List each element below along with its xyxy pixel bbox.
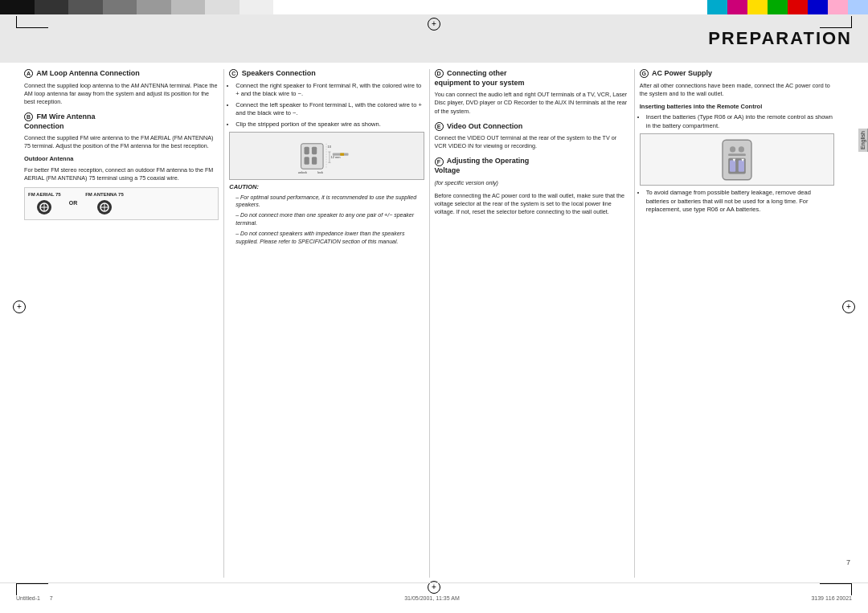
section-b-title: B FM Wire AntennaConnection: [24, 112, 219, 131]
svg-rect-23: [730, 160, 735, 171]
svg-point-28: [739, 146, 744, 152]
section-f: F Adjusting the OperatingVoltage (for sp…: [435, 157, 629, 216]
section-g-bullet1: Insert the batteries (Type R06 or AA) in…: [646, 113, 834, 130]
svg-rect-10: [312, 157, 317, 164]
section-f-body: Before connecting the AC power cord to t…: [435, 192, 629, 216]
column-1: A AM Loop Antenna Connection Connect the…: [19, 69, 224, 578]
svg-rect-24: [739, 160, 744, 171]
corner-deco: [820, 27, 852, 28]
svg-rect-9: [305, 157, 309, 164]
svg-text:unlock: unlock: [298, 170, 307, 174]
fm-antenna-circle: [97, 200, 112, 215]
caution-title: CAUTION:: [229, 183, 424, 192]
section-b-label: B: [24, 112, 33, 121]
svg-text:10: 10: [328, 145, 332, 149]
svg-point-27: [730, 146, 735, 152]
section-b: B FM Wire AntennaConnection Connect the …: [24, 112, 219, 220]
svg-rect-7: [305, 146, 309, 153]
english-tab: English: [858, 129, 868, 152]
section-g-bullets: Insert the batteries (Type R06 or AA) in…: [640, 113, 834, 130]
caution-item1: For optimal sound performance, it is rec…: [235, 194, 424, 210]
fm-aerial-circle: [37, 200, 51, 215]
section-b-subheading: Outdoor Antenna: [24, 155, 219, 164]
section-a-title: A AM Loop Antenna Connection: [24, 69, 219, 79]
column-3: D Connecting otherequipment to your syst…: [430, 69, 635, 578]
footer-left: Untitled-1 7: [16, 595, 53, 601]
section-e-label: E: [435, 122, 444, 131]
footer-center: 31/05/2001, 11:35 AM: [53, 595, 812, 601]
svg-rect-29: [728, 153, 746, 156]
section-d: D Connecting otherequipment to your syst…: [435, 69, 629, 116]
section-g-bullets2: To avoid damage from possible battery le…: [640, 189, 834, 215]
fm-antenna-box: FM ANTENNA 75: [85, 191, 124, 215]
caution-item2: Do not connect more than one speaker to …: [235, 211, 424, 227]
section-a-body: Connect the supplied loop antenna to the…: [24, 82, 219, 106]
section-d-title: D Connecting otherequipment to your syst…: [435, 69, 629, 88]
caution-list: For optimal sound performance, it is rec…: [229, 194, 424, 246]
svg-rect-8: [312, 146, 317, 153]
section-d-label: D: [435, 69, 444, 78]
corner-deco: [16, 16, 17, 28]
section-f-label: F: [435, 157, 444, 166]
section-a: A AM Loop Antenna Connection Connect the…: [24, 69, 219, 106]
page-title: PREPARATION: [708, 28, 852, 49]
speaker-diagram: unlock lock 10 12 mm: [229, 132, 424, 180]
section-e-body: Connect the VIDEO OUT terminal at the re…: [435, 134, 629, 150]
svg-rect-20: [341, 153, 345, 155]
registration-mark-top: [428, 18, 440, 31]
footer: Untitled-1 7 31/05/2001, 11:35 AM 3139 1…: [0, 582, 868, 613]
section-d-body: You can connect the audio left and right…: [435, 91, 629, 115]
fm-aerial-box: FM AERIAL 75: [28, 191, 61, 215]
section-c-title: C Speakers Connection: [229, 69, 424, 79]
section-b-outdoor: For better FM stereo reception, connect …: [24, 166, 219, 182]
section-g-label: G: [640, 69, 649, 78]
section-g-body: After all other connections have been ma…: [640, 82, 834, 98]
section-c-bullets: Connect the right speaker to Front termi…: [229, 82, 424, 129]
caution-body: For optimal sound performance, it is rec…: [229, 194, 424, 246]
section-e: E Video Out Connection Connect the VIDEO…: [435, 122, 629, 151]
section-f-subtitle: (for specific version only): [435, 179, 629, 187]
or-label: OR: [69, 199, 78, 207]
battery-diagram: [640, 133, 834, 186]
footer-right: 3139 116 20021: [811, 595, 852, 601]
section-f-title: F Adjusting the OperatingVoltage: [435, 157, 629, 175]
section-c: C Speakers Connection Connect the right …: [229, 69, 424, 245]
section-a-label: A: [24, 69, 33, 78]
svg-text:lock: lock: [317, 170, 323, 174]
section-e-title: E Video Out Connection: [435, 122, 629, 132]
column-2: C Speakers Connection Connect the right …: [224, 69, 429, 578]
section-g-title: G AC Power Supply: [640, 69, 834, 79]
column-4: G AC Power Supply After all other connec…: [635, 69, 839, 578]
section-c-label: C: [229, 69, 238, 78]
section-g-subheading: Inserting batteries into the Remote Cont…: [640, 103, 834, 112]
section-c-bullet2: Connect the left speaker to Front termin…: [235, 101, 424, 118]
section-g-bullet2: To avoid damage from possible battery le…: [646, 189, 834, 215]
section-c-bullet1: Connect the right speaker to Front termi…: [235, 82, 424, 99]
caution-item3: Do not connect speakers with impedance l…: [235, 230, 424, 246]
section-c-bullet3: Clip the stripped portion of the speaker…: [235, 121, 424, 129]
section-g: G AC Power Supply After all other connec…: [640, 69, 834, 215]
section-b-body: Connect the supplied FM wire antenna to …: [24, 134, 219, 150]
corner-deco: [16, 27, 48, 28]
corner-deco: [851, 16, 852, 28]
antenna-diagram: FM AERIAL 75 OR FM ANTENNA 75: [24, 187, 219, 219]
main-content: A AM Loop Antenna Connection Connect the…: [8, 63, 850, 581]
